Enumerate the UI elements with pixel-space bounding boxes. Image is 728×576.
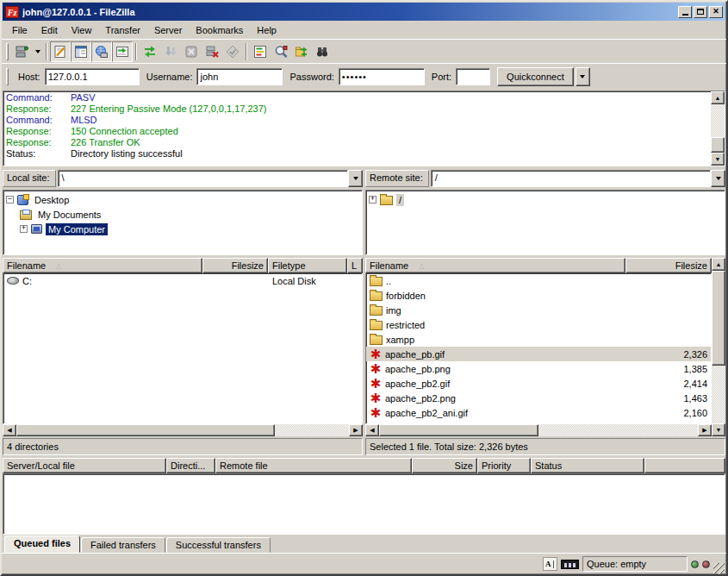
file-row[interactable]: restricted (366, 317, 711, 332)
tree-item-root[interactable]: + / (369, 192, 725, 207)
menu-edit[interactable]: Edit (34, 22, 65, 38)
tree-item-my-documents[interactable]: My Documents (20, 207, 362, 222)
menu-file[interactable]: File (5, 22, 34, 38)
file-row[interactable]: .. (366, 273, 711, 288)
activity-led-red-icon (702, 560, 710, 568)
tab-successful-transfers[interactable]: Successful transfers (166, 537, 271, 553)
scrollbar-thumb[interactable] (16, 424, 275, 436)
local-site-value[interactable]: \ (58, 170, 348, 187)
file-row-selected[interactable]: ✱apache_pb.gif 2,326 (366, 347, 711, 361)
image-file-icon: ✱ (370, 379, 382, 389)
column-status[interactable]: Status (531, 458, 644, 473)
scroll-down-icon[interactable]: ▼ (712, 423, 725, 436)
collapse-icon[interactable]: − (6, 196, 14, 203)
tab-queued-files[interactable]: Queued files (4, 535, 80, 553)
quickconnect-dropdown[interactable] (576, 67, 590, 86)
toggle-message-log-button[interactable] (50, 41, 71, 62)
column-filetype[interactable]: Filetype (268, 258, 347, 273)
scroll-right-icon[interactable]: ▶ (698, 424, 712, 436)
column-filename[interactable]: Filename△ (365, 258, 625, 273)
cancel-operation-button[interactable] (181, 41, 202, 62)
cancel-icon (184, 44, 199, 59)
directory-listing-filters-button[interactable] (250, 41, 271, 62)
site-manager-button[interactable] (11, 41, 32, 62)
menu-transfer[interactable]: Transfer (98, 22, 147, 38)
title-bar[interactable]: Fz john@127.0.0.1 - FileZilla ✕ (3, 3, 725, 21)
scrollbar-thumb[interactable] (712, 271, 725, 366)
sort-ascending-icon: △ (56, 262, 61, 270)
scroll-up-icon[interactable]: ▲ (712, 258, 725, 271)
find-files-button[interactable] (312, 41, 333, 62)
filezilla-window: Fz john@127.0.0.1 - FileZilla ✕ File Edi… (0, 0, 728, 576)
tab-failed-transfers[interactable]: Failed transfers (81, 537, 165, 553)
scroll-up-icon[interactable]: ▲ (711, 91, 725, 104)
directory-comparison-button[interactable] (271, 41, 291, 62)
scroll-left-icon[interactable]: ◀ (3, 424, 16, 436)
remote-horizontal-scrollbar[interactable]: ◀ ▶ (365, 424, 712, 436)
menu-view[interactable]: View (65, 22, 99, 38)
maximize-button[interactable] (694, 6, 707, 18)
minimize-button[interactable] (678, 6, 692, 18)
quickconnect-button[interactable]: Quickconnect (497, 67, 574, 86)
my-documents-icon (20, 210, 32, 220)
refresh-button[interactable] (140, 41, 160, 62)
toggle-transfer-queue-button[interactable] (112, 41, 133, 62)
synchronized-browsing-button[interactable] (291, 41, 312, 62)
column-direction[interactable]: Directi... (166, 458, 215, 473)
file-row[interactable]: ✱apache_pb.png 1,385 (366, 361, 711, 376)
file-row[interactable]: xampp (366, 332, 711, 347)
column-filesize[interactable]: Filesize (202, 258, 268, 273)
remote-vertical-scrollbar[interactable]: ▲ ▼ (712, 258, 725, 436)
column-remote-file[interactable]: Remote file (215, 458, 412, 473)
port-input[interactable] (456, 68, 490, 85)
resize-grip[interactable] (713, 563, 725, 574)
local-horizontal-scrollbar[interactable]: ◀ ▶ (3, 424, 363, 436)
expand-icon[interactable]: + (20, 225, 28, 233)
local-site-dropdown[interactable] (348, 170, 363, 187)
menu-server[interactable]: Server (147, 22, 189, 38)
local-site-combobox[interactable]: \ (58, 170, 363, 187)
log-line: Response:150 Connection accepted (3, 126, 711, 137)
remote-site-combobox[interactable]: / (431, 170, 725, 187)
column-filename[interactable]: Filename△ (3, 258, 202, 273)
remote-site-dropdown[interactable] (711, 170, 725, 187)
column-server-local-file[interactable]: Server/Local file (3, 458, 166, 473)
my-computer-icon (31, 224, 42, 234)
toolbar-separator (135, 43, 137, 60)
tree-item-my-computer[interactable]: + My Computer (20, 222, 362, 236)
process-queue-button[interactable] (160, 41, 181, 62)
scrollbar-thumb[interactable] (711, 137, 725, 153)
remote-site-value[interactable]: / (431, 170, 711, 187)
file-row[interactable]: ✱apache_pb2_ani.gif 2,160 (366, 405, 711, 420)
column-filesize[interactable]: Filesize (625, 258, 712, 273)
site-manager-dropdown[interactable] (32, 41, 43, 62)
folder-icon (370, 277, 383, 286)
file-row[interactable]: forbidden (366, 288, 711, 303)
local-pane: Local site: \ − Desktop My Documents + (3, 169, 363, 455)
host-input[interactable] (45, 68, 140, 85)
reconnect-button[interactable] (222, 41, 243, 62)
menu-bookmarks[interactable]: Bookmarks (189, 22, 250, 38)
file-row[interactable]: ✱apache_pb2.gif 2,414 (366, 376, 711, 391)
scroll-right-icon[interactable]: ▶ (349, 424, 363, 436)
close-button[interactable]: ✕ (709, 6, 723, 18)
file-row[interactable]: ✱apache_pb2.png 1,463 (366, 391, 711, 405)
log-scrollbar[interactable]: ▲ ▼ (711, 91, 725, 166)
expand-icon[interactable]: + (369, 196, 376, 203)
toggle-local-tree-button[interactable] (71, 41, 91, 62)
file-row-c-drive[interactable]: C: Local Disk (3, 273, 362, 288)
scrollbar-thumb[interactable] (379, 424, 538, 436)
file-row[interactable]: img (366, 303, 711, 317)
username-input[interactable] (196, 68, 283, 85)
toggle-remote-tree-button[interactable] (91, 41, 112, 62)
password-input[interactable] (339, 68, 425, 85)
disconnect-button[interactable] (202, 41, 222, 62)
tree-item-desktop[interactable]: − Desktop (6, 192, 362, 207)
column-filler (644, 458, 725, 473)
menu-help[interactable]: Help (250, 22, 283, 38)
column-lastmodified[interactable]: L (347, 258, 363, 273)
column-priority[interactable]: Priority (477, 458, 531, 473)
column-size[interactable]: Size (412, 458, 477, 473)
scroll-left-icon[interactable]: ◀ (365, 424, 379, 436)
scroll-down-icon[interactable]: ▼ (711, 153, 725, 166)
